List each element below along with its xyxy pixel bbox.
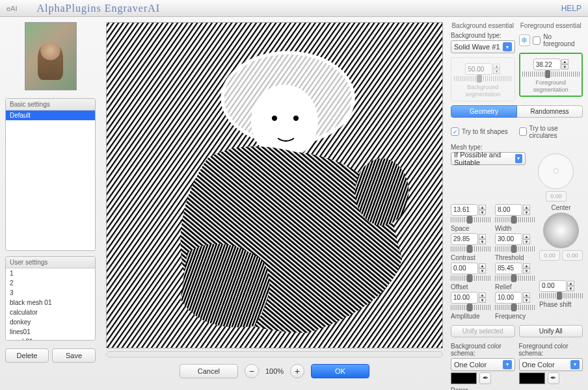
unify-selected-button[interactable]: Unify selected	[451, 325, 515, 337]
bg-essential-header: Background essential	[451, 22, 515, 29]
fg-eyedropper-icon[interactable]: ✒	[548, 372, 559, 384]
offset-slider[interactable]	[451, 276, 491, 281]
delete-button[interactable]: Delete	[5, 348, 49, 363]
bg-schema-value: One Color	[454, 361, 487, 369]
fg-seg-input[interactable]	[533, 58, 561, 70]
amplitude-slider[interactable]	[451, 305, 491, 310]
user-list-item[interactable]: lines01	[6, 327, 95, 337]
help-link[interactable]: HELP	[561, 4, 581, 13]
threshold-slider[interactable]	[495, 246, 535, 252]
width-label: Width	[495, 225, 535, 232]
no-foreground-checkbox[interactable]	[533, 36, 541, 45]
titlebar: eAI AlphaPlugins EngraverAI HELP	[0, 0, 588, 17]
snowflake-icon[interactable]: ❄	[519, 34, 530, 46]
user-list-item[interactable]: mesh01	[6, 337, 95, 340]
center-picker[interactable]	[543, 213, 579, 248]
contrast-slider[interactable]	[451, 246, 491, 252]
space-slider[interactable]	[451, 217, 491, 222]
frequency-label: Frequency	[495, 313, 535, 320]
user-list-item[interactable]: 2	[6, 278, 95, 288]
bg-seg-slider	[454, 76, 512, 81]
fit-shapes-checkbox[interactable]: ✓	[451, 127, 459, 136]
zoom-level: 100%	[265, 367, 284, 375]
preview-canvas[interactable]	[106, 22, 443, 348]
frequency-stepper[interactable]: ▲▼	[523, 292, 530, 303]
mesh-type-select[interactable]: If Possible and Suitable ▾	[451, 152, 526, 165]
fg-segmentation-box[interactable]: ▲▼ Foreground segmentation	[519, 53, 583, 97]
width-stepper[interactable]: ▲▼	[523, 205, 530, 215]
amplitude-stepper[interactable]: ▲▼	[479, 292, 486, 303]
zoom-in-button[interactable]: +	[290, 364, 304, 378]
amplitude-input[interactable]	[451, 292, 478, 304]
user-list-item[interactable]: donkey	[6, 317, 95, 327]
save-button[interactable]: Save	[52, 348, 96, 363]
threshold-stepper[interactable]: ▲▼	[523, 234, 530, 244]
relief-label: Relief	[495, 283, 535, 291]
user-list-item[interactable]: calculator	[6, 307, 95, 317]
space-input[interactable]	[451, 204, 478, 216]
user-settings-list[interactable]: 123black mesh 01calculatordonkeylines01m…	[6, 268, 95, 340]
center-area: Cancel − 100% + OK	[101, 17, 448, 390]
relief-stepper[interactable]: ▲▼	[523, 263, 530, 274]
tab-geometry[interactable]: Geometry	[451, 105, 517, 118]
zoom-out-button[interactable]: −	[245, 364, 259, 378]
angle-dial[interactable]	[538, 153, 574, 189]
frequency-slider[interactable]	[495, 305, 535, 310]
fg-seg-caption: Foreground segmentation	[522, 79, 580, 94]
app-title: AlphaPlugins EngraverAI	[37, 3, 161, 14]
phase-input[interactable]	[539, 280, 567, 292]
use-circulares-checkbox[interactable]	[519, 127, 527, 136]
relief-input[interactable]	[495, 263, 522, 274]
bg-type-value: Solid Wave #1	[454, 43, 500, 51]
width-slider[interactable]	[495, 217, 535, 222]
basic-settings-panel: Basic settings Default	[5, 98, 96, 251]
svg-point-12	[355, 159, 409, 226]
center-y-input[interactable]	[562, 250, 583, 261]
contrast-stepper[interactable]: ▲▼	[479, 234, 486, 244]
contrast-input[interactable]	[451, 233, 478, 245]
bg-seg-stepper: ▲▼	[493, 64, 500, 74]
bg-type-select[interactable]: Solid Wave #1 ▾	[451, 40, 515, 53]
unify-all-button[interactable]: Unify All	[519, 325, 583, 337]
basic-list-item[interactable]: Default	[6, 110, 95, 120]
bg-type-label: Background type:	[451, 32, 515, 39]
fg-seg-slider[interactable]	[522, 72, 580, 77]
bg-segmentation-box: ▲▼ Background segmentation	[451, 57, 515, 101]
bg-schema-select[interactable]: One Color ▾	[451, 358, 515, 371]
cancel-button[interactable]: Cancel	[180, 364, 238, 378]
fg-schema-select[interactable]: One Color ▾	[519, 358, 583, 371]
paper-label: Paper	[451, 387, 583, 390]
width-input[interactable]	[495, 204, 522, 216]
phase-label: Phase shift	[539, 301, 583, 308]
bg-color-swatch[interactable]	[451, 372, 477, 384]
dropdown-arrow-icon: ▾	[570, 360, 580, 369]
basic-settings-list[interactable]: Default	[6, 110, 95, 250]
bg-eyedropper-icon[interactable]: ✒	[479, 372, 491, 384]
relief-slider[interactable]	[495, 276, 535, 281]
threshold-input[interactable]	[495, 233, 522, 245]
preview-scrollbar[interactable]	[106, 351, 443, 358]
phase-slider[interactable]	[539, 293, 583, 298]
svg-point-11	[293, 116, 299, 121]
user-list-item[interactable]: 3	[6, 288, 95, 298]
user-list-item[interactable]: 1	[6, 268, 95, 278]
center-label: Center	[539, 204, 583, 211]
dropdown-arrow-icon: ▾	[515, 154, 522, 163]
tab-randomness[interactable]: Randomness	[517, 105, 583, 118]
center-x-input[interactable]	[539, 250, 560, 261]
space-stepper[interactable]: ▲▼	[479, 205, 486, 215]
fg-essential-header: Foreground essential	[519, 22, 583, 29]
user-list-item[interactable]: black mesh 01	[6, 298, 95, 307]
offset-stepper[interactable]: ▲▼	[479, 263, 486, 274]
phase-stepper[interactable]: ▲▼	[567, 281, 574, 291]
frequency-input[interactable]	[495, 292, 522, 304]
dial-value-input[interactable]	[546, 191, 567, 202]
fg-color-swatch[interactable]	[519, 372, 545, 384]
mesh-type-value: If Possible and Suitable	[454, 151, 515, 166]
user-settings-panel: User settings 123black mesh 01calculator…	[5, 256, 96, 341]
source-thumbnail[interactable]	[25, 22, 77, 90]
offset-input[interactable]	[451, 263, 478, 274]
svg-point-10	[272, 116, 277, 121]
ok-button[interactable]: OK	[311, 364, 369, 378]
fg-seg-stepper[interactable]: ▲▼	[561, 59, 568, 70]
